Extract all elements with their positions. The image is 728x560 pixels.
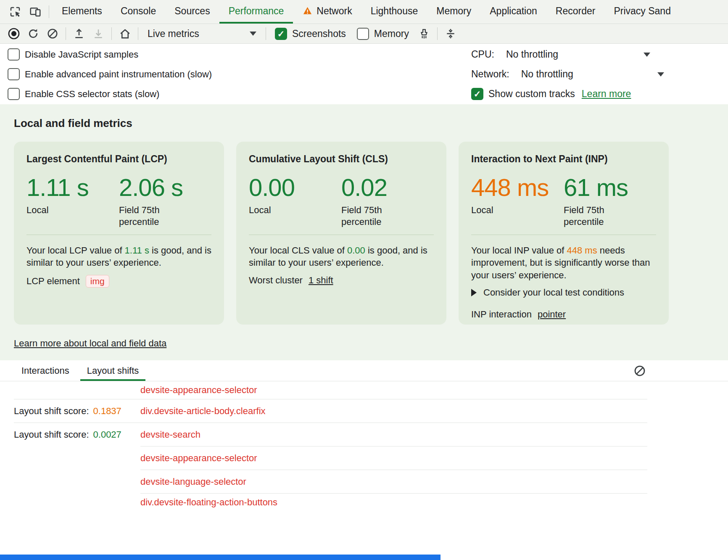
- tab-performance[interactable]: Performance: [219, 0, 293, 24]
- worst-cluster-link[interactable]: 1 shift: [309, 275, 333, 286]
- toggle-device-toolbar-button[interactable]: [25, 0, 45, 24]
- history-dropdown[interactable]: Live metrics: [142, 28, 262, 40]
- layout-shift-row: div.devsite-floating-action-buttons: [14, 494, 647, 510]
- collapse-sections-button[interactable]: [441, 25, 460, 42]
- inp-interaction-link[interactable]: pointer: [538, 309, 566, 320]
- block-icon: [47, 28, 58, 40]
- divider: [249, 235, 434, 235]
- chevron-down-icon: [250, 32, 256, 36]
- lcp-element-badge[interactable]: img: [86, 275, 109, 288]
- upload-icon: [73, 28, 85, 40]
- metric-cards: Largest Contentful Paint (LCP) 1.11 s Lo…: [14, 142, 645, 325]
- tab-interactions[interactable]: Interactions: [15, 360, 76, 381]
- tab-recorder[interactable]: Recorder: [546, 0, 605, 24]
- block-icon: [633, 365, 646, 377]
- show-custom-tracks-checkbox[interactable]: ✓ Show custom tracks Learn more: [471, 84, 728, 104]
- device-toolbar-icon: [29, 5, 42, 18]
- tab-memory[interactable]: Memory: [427, 0, 480, 24]
- element-link[interactable]: devsite-search: [140, 429, 200, 440]
- divider: [471, 235, 656, 235]
- tab-lighthouse[interactable]: Lighthouse: [361, 0, 427, 24]
- blue-highlight-bar: [0, 555, 440, 560]
- cls-card: Cumulative Layout Shift (CLS) 0.00 Local…: [236, 142, 446, 325]
- cls-field-label: Field 75th percentile: [341, 204, 411, 228]
- screenshots-checkbox[interactable]: ✓ Screenshots: [269, 28, 351, 40]
- learn-more-link[interactable]: Learn more: [582, 88, 631, 100]
- collapse-icon: [445, 28, 456, 40]
- chevron-down-icon[interactable]: [644, 53, 650, 57]
- score-value: 0.0027: [93, 429, 121, 440]
- inp-desc-prefix: Your local INP value of: [471, 245, 567, 256]
- cls-local-value: 0.00: [249, 175, 341, 201]
- divider: [111, 27, 112, 40]
- css-selector-stats-checkbox[interactable]: Enable CSS selector stats (slow): [8, 84, 471, 104]
- screenshots-label: Screenshots: [292, 28, 346, 40]
- lcp-element-label: LCP element: [26, 276, 80, 287]
- memory-checkbox[interactable]: Memory: [351, 28, 414, 40]
- checkbox-checked-icon: ✓: [275, 28, 287, 40]
- divider: [66, 27, 66, 40]
- layout-shift-row: Layout shift score: 0.1837 div.devsite-a…: [14, 399, 647, 423]
- divider: [26, 235, 211, 235]
- inp-desc-value: 448 ms: [567, 245, 597, 256]
- inspect-cursor-icon: [9, 5, 21, 18]
- record-and-reload-button[interactable]: [24, 25, 43, 42]
- disclosure-triangle-icon: [471, 289, 477, 296]
- learn-more-field-data-link[interactable]: Learn more about local and field data: [14, 338, 166, 349]
- clear-log-button[interactable]: [632, 363, 647, 378]
- tab-elements[interactable]: Elements: [53, 0, 111, 24]
- home-button[interactable]: [115, 25, 135, 42]
- layout-shift-row: devsite-appearance-selector: [14, 446, 647, 470]
- tab-application[interactable]: Application: [480, 0, 546, 24]
- score-label: Layout shift score:: [14, 406, 89, 417]
- element-link[interactable]: devsite-appearance-selector: [140, 453, 257, 464]
- inp-description: Your local INP value of 448 ms needs imp…: [471, 244, 656, 281]
- tab-sources[interactable]: Sources: [165, 0, 219, 24]
- advanced-paint-label: Enable advanced paint instrumentation (s…: [25, 69, 212, 80]
- advanced-paint-checkbox[interactable]: Enable advanced paint instrumentation (s…: [8, 64, 471, 84]
- show-custom-tracks-label: Show custom tracks: [488, 88, 575, 100]
- local-test-conditions-disclosure[interactable]: Consider your local test conditions: [471, 287, 656, 298]
- layout-shift-row: devsite-language-selector: [14, 470, 647, 494]
- cls-card-title: Cumulative Layout Shift (CLS): [249, 153, 434, 165]
- chevron-down-icon[interactable]: [657, 72, 664, 77]
- panel-tabs: Elements Console Sources Performance Net…: [53, 0, 680, 24]
- lcp-card: Largest Contentful Paint (LCP) 1.11 s Lo…: [14, 142, 224, 325]
- load-profile-button[interactable]: [69, 25, 89, 42]
- cpu-throttling-select[interactable]: No throttling: [506, 49, 558, 60]
- record-button[interactable]: [4, 25, 24, 42]
- element-link[interactable]: devsite-appearance-selector: [140, 385, 257, 396]
- lcp-field-label: Field 75th percentile: [119, 204, 188, 228]
- garbage-collect-button[interactable]: [414, 25, 434, 42]
- tab-privacy-sandbox[interactable]: Privacy Sand: [604, 0, 680, 24]
- network-throttling-select[interactable]: No throttling: [521, 69, 573, 80]
- local-field-metrics-section: Local and field metrics Largest Contentf…: [0, 104, 728, 360]
- broom-icon: [418, 28, 430, 40]
- element-link[interactable]: div.devsite-article-body.clearfix: [140, 406, 266, 417]
- cpu-label: CPU:: [471, 49, 494, 60]
- inspect-element-button[interactable]: [5, 0, 25, 24]
- inp-local-label: Local: [471, 204, 541, 217]
- inp-interaction-label: INP interaction: [471, 309, 532, 320]
- devtools-window: Elements Console Sources Performance Net…: [0, 0, 728, 560]
- cls-field-value: 0.02: [341, 175, 434, 201]
- network-throttling-row: Network: No throttling: [471, 64, 728, 84]
- lcp-desc-prefix: Your local LCP value of: [26, 245, 125, 256]
- tab-console[interactable]: Console: [111, 0, 165, 24]
- cls-local-label: Local: [249, 204, 318, 217]
- checkbox-unchecked-icon: [8, 68, 20, 80]
- disable-js-samples-label: Disable JavaScript samples: [25, 49, 138, 60]
- disable-js-samples-checkbox[interactable]: Disable JavaScript samples: [8, 45, 471, 64]
- lcp-description: Your local LCP value of 1.11 s is good, …: [26, 244, 211, 269]
- element-link[interactable]: devsite-language-selector: [140, 476, 246, 487]
- history-dropdown-value: Live metrics: [148, 28, 199, 40]
- lcp-card-title: Largest Contentful Paint (LCP): [26, 153, 211, 165]
- inp-local-value: 448 ms: [471, 175, 564, 201]
- save-profile-button[interactable]: [89, 25, 108, 42]
- checkbox-checked-icon: ✓: [471, 88, 483, 100]
- tab-layout-shifts[interactable]: Layout shifts: [80, 360, 146, 381]
- worst-cluster-label: Worst cluster: [249, 275, 303, 286]
- element-link[interactable]: div.devsite-floating-action-buttons: [140, 497, 277, 508]
- clear-button[interactable]: [43, 25, 62, 42]
- tab-network[interactable]: Network: [293, 0, 361, 24]
